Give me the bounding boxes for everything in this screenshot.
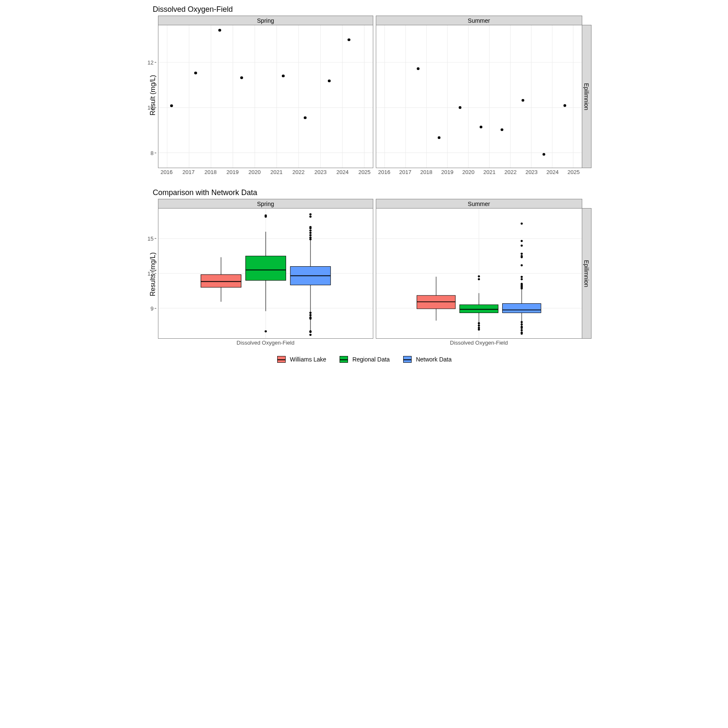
svg-point-84 <box>521 240 523 242</box>
x-ticks-spring: 2016 2017 2018 2019 2020 2021 2022 2023 … <box>158 168 374 177</box>
data-point <box>281 75 284 77</box>
data-point <box>522 99 525 102</box>
svg-point-76 <box>478 324 480 327</box>
data-point <box>563 104 566 107</box>
data-point <box>194 72 197 74</box>
svg-point-49 <box>309 230 311 232</box>
svg-point-96 <box>521 287 523 289</box>
facet-strip-summer: Summer <box>376 16 582 25</box>
svg-point-51 <box>309 234 311 236</box>
svg-point-91 <box>521 278 523 280</box>
box-williams-spring <box>201 257 241 302</box>
svg-point-60 <box>309 334 311 336</box>
box-network-spring <box>290 213 331 336</box>
scatter-panel-spring: 8 10 12 <box>158 25 374 168</box>
legend-key-icon <box>277 356 286 363</box>
chart-page: Dissolved Oxygen-Field Result (mg/L) Spr… <box>133 0 596 376</box>
facet-strip-summer-2: Summer <box>376 199 582 208</box>
data-point <box>500 128 503 131</box>
box-svg-summer <box>376 209 582 338</box>
legend-item-williams: Williams Lake <box>276 356 326 363</box>
box-network-summer <box>503 222 541 335</box>
scatter-facet-row: Spring 8 10 12 <box>158 16 592 177</box>
svg-point-39 <box>265 216 267 218</box>
data-point <box>347 38 350 41</box>
svg-point-40 <box>265 330 267 332</box>
data-point <box>543 153 545 155</box>
legend-key-icon <box>403 356 412 363</box>
svg-point-55 <box>309 314 311 316</box>
svg-point-90 <box>521 276 523 278</box>
data-point <box>170 104 173 107</box>
svg-point-97 <box>521 321 523 323</box>
svg-point-75 <box>478 322 480 324</box>
svg-point-101 <box>521 329 523 331</box>
box-panel-summer <box>376 208 582 339</box>
data-point <box>240 76 243 79</box>
box-svg-spring <box>158 209 373 338</box>
svg-point-57 <box>309 318 311 320</box>
legend-key-icon <box>340 356 348 363</box>
svg-point-103 <box>521 333 523 335</box>
box-williams-summer <box>417 277 455 321</box>
svg-point-59 <box>309 331 311 333</box>
facet-strip-spring-2: Spring <box>158 199 374 208</box>
svg-point-45 <box>309 213 311 215</box>
svg-point-53 <box>309 238 311 240</box>
svg-point-74 <box>478 278 480 280</box>
legend: Williams Lake Regional Data Network Data <box>137 356 592 363</box>
x-cat-spring: Dissolved Oxygen-Field <box>158 339 374 347</box>
data-point <box>459 106 462 109</box>
scatter-svg-spring <box>158 25 373 168</box>
svg-rect-32 <box>201 275 241 287</box>
svg-point-46 <box>309 216 311 218</box>
facet-strip-epi-1: Epilimnion <box>582 25 592 168</box>
svg-point-89 <box>521 264 523 266</box>
legend-item-regional: Regional Data <box>339 356 390 363</box>
data-point <box>328 80 331 82</box>
svg-point-54 <box>309 312 311 314</box>
svg-point-100 <box>521 327 523 329</box>
x-ticks-summer: 2016 2017 2018 2019 2020 2021 2022 2023 … <box>376 168 582 177</box>
x-cat-summer: Dissolved Oxygen-Field <box>376 339 582 347</box>
svg-point-86 <box>521 253 523 255</box>
legend-label: Regional Data <box>352 356 390 363</box>
box-facet-row: Spring 9 12 15 <box>158 199 592 347</box>
data-point <box>438 136 441 139</box>
data-point <box>218 29 221 32</box>
legend-label: Network Data <box>416 356 452 363</box>
svg-point-85 <box>521 245 523 247</box>
facet-strip-epi-2: Epilimnion <box>582 208 592 339</box>
svg-rect-36 <box>245 256 286 281</box>
svg-point-98 <box>521 324 523 326</box>
svg-point-83 <box>521 222 523 225</box>
scatter-panel-summer <box>376 25 582 168</box>
svg-point-78 <box>478 329 480 331</box>
data-point <box>303 116 306 119</box>
svg-rect-71 <box>460 305 498 313</box>
svg-point-50 <box>309 232 311 234</box>
legend-item-network: Network Data <box>402 356 452 363</box>
legend-label: Williams Lake <box>290 356 326 363</box>
data-point <box>417 67 420 70</box>
scatter-svg-summer <box>376 25 582 168</box>
facet-strip-spring: Spring <box>158 16 374 25</box>
box-panel-spring: 9 12 15 <box>158 208 374 339</box>
svg-rect-81 <box>503 303 541 313</box>
svg-point-88 <box>521 256 523 258</box>
svg-point-73 <box>478 275 480 277</box>
figure-2-title: Comparison with Network Data <box>153 188 592 197</box>
data-point <box>479 126 482 128</box>
svg-point-48 <box>309 227 311 229</box>
figure-1-title: Dissolved Oxygen-Field <box>153 5 592 14</box>
